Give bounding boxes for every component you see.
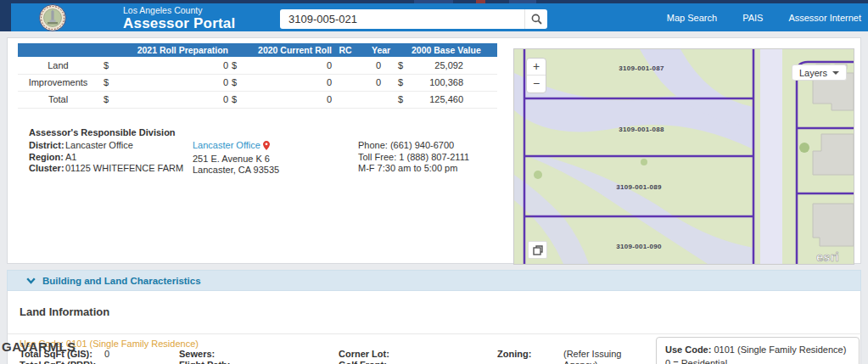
parcel-map[interactable]: 3109-001-087 3109-001-088 3109-001-089 3…: [513, 48, 854, 265]
nav-assessor-internet[interactable]: Assessor Internet: [788, 13, 861, 23]
use-code-tooltip: Use Code: 0101 (Single Family Residence)…: [656, 337, 860, 364]
parcel-label: 3109-001-089: [616, 183, 662, 191]
assessor-portal-page: Los Angeles County Assessor Portal Map S…: [0, 0, 868, 364]
land-rc: [333, 57, 357, 74]
total-sqft-gis-value: 0: [104, 349, 109, 359]
office-address2: Lancaster, CA 93535: [193, 165, 279, 176]
layers-button[interactable]: Layers: [792, 64, 847, 81]
row-label: Improvements: [18, 74, 98, 91]
currency-sign: $: [393, 74, 410, 91]
land-year: 0: [357, 57, 393, 74]
land-information-card: Land Information Use Code: 0101 (Single …: [7, 291, 861, 364]
chevron-down-icon: [26, 277, 36, 284]
corner-lot-label: Corner Lot:: [339, 349, 389, 359]
parcel-label: 3109-001-088: [619, 126, 664, 133]
flight-path-label: Flight Path:: [179, 360, 231, 364]
esri-attribution: esri: [816, 249, 839, 264]
office-contact: Phone: (661) 940-6700 Toll Free: 1 (888)…: [358, 140, 469, 175]
region-label: Region:: [29, 152, 65, 164]
tooltip-use-code-label: Use Code:: [665, 344, 711, 355]
row-label: Land: [18, 57, 98, 74]
section-title: Building and Land Characteristics: [42, 276, 201, 286]
district-value: Lancaster Office: [65, 140, 133, 150]
la-county-seal-icon: [39, 4, 66, 31]
search-input[interactable]: [280, 9, 524, 29]
responsible-division-section: Assessor's Responsible Division District…: [29, 127, 176, 143]
search-icon: [531, 14, 542, 25]
land-fields-col2: Sewers: Flight Path:: [179, 349, 231, 364]
app-title: Los Angeles County Assessor Portal: [123, 6, 235, 31]
land-fields-col3: Corner Lot: Golf Front:: [339, 349, 389, 364]
chevron-down-icon: [832, 71, 839, 75]
division-title: Assessor's Responsible Division: [29, 127, 176, 137]
improvements-year: 0: [357, 74, 393, 91]
land-base-value: 25,092: [410, 57, 480, 74]
col-rc: RC: [333, 43, 357, 57]
zoning-value: (Refer Issuing Agency): [563, 349, 648, 364]
total-sqft-prr-label: Total SqFt (PRR):: [20, 360, 96, 364]
nav-pais[interactable]: PAIS: [742, 13, 763, 23]
currency-sign: $: [230, 57, 245, 74]
improvements-2020-value: 0: [245, 74, 333, 91]
section-building-land[interactable]: Building and Land Characteristics: [7, 270, 861, 291]
total-base-value: 125,460: [410, 91, 480, 108]
currency-sign: $: [98, 91, 115, 108]
total-2021-value: 0: [115, 91, 230, 108]
office-address1: 251 E. Avenue K 6: [193, 154, 279, 165]
col-2021-roll: 2021 Roll Preparation: [115, 43, 230, 57]
map-zoom-control: + −: [526, 58, 546, 93]
copy-layers-icon: [533, 245, 543, 255]
improvements-2021-value: 0: [115, 74, 230, 91]
office-link[interactable]: Lancaster Office: [193, 140, 260, 150]
nav-map-search[interactable]: Map Search: [667, 13, 717, 23]
parcel-label: 3109-001-090: [616, 243, 662, 250]
zoom-out-button[interactable]: −: [527, 76, 546, 92]
currency-sign: $: [393, 91, 410, 108]
land-information-heading: Land Information: [20, 305, 109, 318]
office-tollfree: Toll Free: 1 (888) 807-2111: [358, 152, 469, 164]
parcel-search: [280, 9, 547, 29]
land-2021-value: 0: [115, 57, 230, 74]
cluster-label: Cluster:: [29, 163, 65, 175]
divider: [8, 333, 862, 334]
app-header: Los Angeles County Assessor Portal Map S…: [0, 3, 868, 31]
table-row-improvements: Improvements $ 0 $ 0 0 $ 100,368: [18, 74, 497, 91]
improvements-base-value: 100,368: [410, 74, 480, 91]
golf-front-label: Golf Front:: [339, 360, 387, 364]
currency-sign: $: [98, 74, 115, 91]
tooltip-use-code-value: 0101 (Single Family Residence): [711, 344, 846, 355]
valuation-table: 2021 Roll Preparation 2020 Current Roll …: [18, 43, 497, 109]
zoning-label: Zoning:: [497, 349, 531, 359]
tooltip-residential-line: 0 = Residential: [665, 357, 850, 364]
table-row-total: Total $ 0 $ 0 $ 125,460: [18, 91, 497, 108]
layers-label: Layers: [799, 68, 827, 78]
total-rc: [333, 91, 357, 108]
currency-sign: $: [393, 57, 410, 74]
total-year: [357, 91, 393, 108]
cluster-value: 01125 WHITEFENCE FARM: [65, 163, 183, 173]
sewers-label: Sewers:: [179, 349, 215, 359]
app-name: Assessor Portal: [123, 16, 235, 32]
district-label: District:: [29, 140, 65, 152]
zoom-in-button[interactable]: +: [527, 59, 546, 76]
search-button[interactable]: [524, 9, 547, 29]
office-phone: Phone: (661) 940-6700: [358, 140, 469, 152]
row-label: Total: [18, 91, 98, 108]
parcel-label: 3109-001-087: [619, 64, 664, 72]
col-2020-roll: 2020 Current Roll: [245, 43, 333, 57]
org-name: Los Angeles County: [123, 6, 235, 16]
basemap-toggle-button[interactable]: [528, 241, 547, 259]
parcel-summary-card: 2021 Roll Preparation 2020 Current Roll …: [7, 37, 861, 264]
region-value: A1: [65, 152, 76, 162]
col-2000-base: 2000 Base Value: [410, 43, 480, 57]
col-year: Year: [357, 43, 393, 57]
table-row-land: Land $ 0 $ 0 0 $ 25,092: [18, 57, 497, 74]
improvements-rc: [333, 74, 357, 91]
division-fields: District:Lancaster Office Region:A1 Clus…: [29, 140, 183, 175]
map-pin-icon: [263, 141, 270, 154]
header-left-accent: [0, 3, 11, 31]
valuation-header-row: 2021 Roll Preparation 2020 Current Roll …: [18, 43, 497, 57]
mls-watermark: GAVARMLS: [2, 339, 76, 354]
currency-sign: $: [230, 91, 245, 108]
office-address: Lancaster Office 251 E. Avenue K 6 Lanca…: [193, 140, 279, 176]
